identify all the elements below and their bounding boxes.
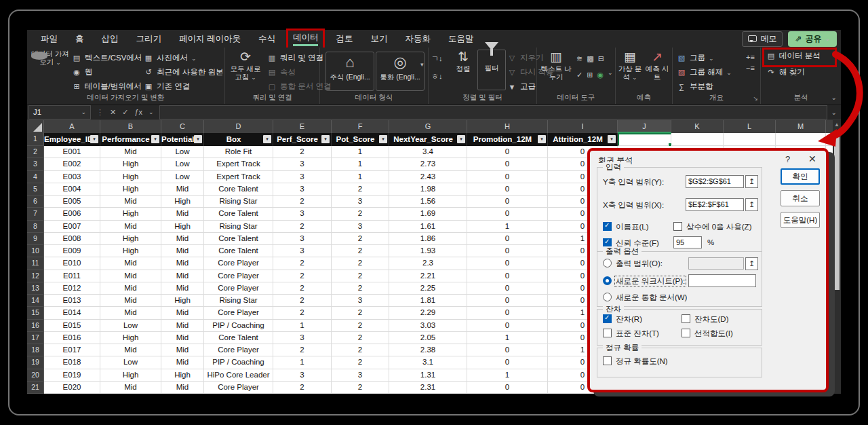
cell[interactable]: 0 xyxy=(467,282,548,295)
cell[interactable]: Low xyxy=(161,171,204,183)
cell[interactable]: Mid xyxy=(100,307,161,319)
cell[interactable]: 0 xyxy=(467,307,548,319)
row-number[interactable]: 10 xyxy=(27,245,44,257)
cell[interactable]: 2.31 xyxy=(389,382,467,394)
recent-sources-button[interactable]: ↺최근에 사용한 원본 xyxy=(144,65,223,79)
row-number[interactable]: 1 xyxy=(27,133,44,146)
cell[interactable]: 1.93 xyxy=(389,245,467,257)
cell[interactable]: 2 xyxy=(273,221,332,233)
cell[interactable]: 3 xyxy=(332,369,389,382)
cell[interactable]: 0 xyxy=(467,320,548,332)
cell[interactable]: 2 xyxy=(332,332,389,344)
cell[interactable]: 3 xyxy=(332,295,389,307)
cell[interactable]: Mid xyxy=(161,183,204,196)
cell[interactable]: 3 xyxy=(273,171,332,183)
cell[interactable]: Mid xyxy=(100,146,161,158)
cell[interactable]: 2.73 xyxy=(389,158,467,170)
row-number[interactable]: 7 xyxy=(27,208,44,220)
show-detail-button[interactable]: +≡ xyxy=(746,52,755,62)
existing-connections-button[interactable]: ▣기존 연결 xyxy=(144,79,223,94)
relationships-button[interactable]: ⊞ xyxy=(587,69,593,80)
header-cell-performance[interactable]: Performance▾ xyxy=(100,133,161,146)
name-box[interactable]: J1⌄ xyxy=(28,105,91,119)
cell[interactable]: 1 xyxy=(332,171,389,183)
cell[interactable]: Mid xyxy=(161,282,204,295)
cell[interactable]: 2 xyxy=(273,295,332,307)
cell[interactable]: 2.43 xyxy=(389,171,467,183)
cell[interactable]: 2 xyxy=(273,196,332,208)
flash-fill-button[interactable]: ≋ xyxy=(576,53,583,64)
cell[interactable]: 3 xyxy=(273,332,332,344)
cell[interactable]: PIP / Coaching xyxy=(204,320,273,332)
manage-data-model-button[interactable]: ◉ xyxy=(597,69,604,80)
confidence-input[interactable]: 95 xyxy=(673,236,702,248)
help-button[interactable]: 도움말(H) xyxy=(781,212,820,228)
cell[interactable]: E006 xyxy=(44,208,100,220)
cell[interactable]: Mid xyxy=(161,257,204,270)
selected-cell-J1[interactable] xyxy=(618,133,671,146)
cell[interactable]: HiPo Core Leader xyxy=(204,369,273,382)
vertical-scrollbar[interactable]: ▲ xyxy=(833,120,841,394)
cell[interactable]: 2 xyxy=(332,245,389,257)
cell[interactable]: Rising Star xyxy=(204,221,273,233)
filter-dropdown-button[interactable]: ▾ xyxy=(538,135,546,143)
cell[interactable]: Role Fit xyxy=(204,146,273,158)
cell[interactable]: High xyxy=(100,183,161,196)
cell[interactable]: 2.38 xyxy=(389,344,467,356)
text-to-columns-button[interactable]: ▥ 텍스트 나누기 xyxy=(538,50,574,81)
cell[interactable]: Mid xyxy=(100,257,161,270)
cell[interactable]: E014 xyxy=(44,307,100,319)
constant-zero-checkbox[interactable]: 상수에 0을 사용(Z) xyxy=(673,222,751,232)
new-workbook-radio[interactable]: 새로운 통합 문서(W) xyxy=(603,293,687,303)
cell[interactable]: 2 xyxy=(332,270,389,282)
cell[interactable]: E020 xyxy=(44,382,100,394)
column-header-A[interactable]: A xyxy=(44,120,100,133)
tab-page-layout[interactable]: 페이지 레이아웃 xyxy=(179,33,241,45)
cell[interactable]: E015 xyxy=(44,320,100,332)
subtotal-button[interactable]: ∑부분합 xyxy=(677,79,732,94)
y-range-picker-button[interactable]: ↥ xyxy=(745,175,758,188)
cell[interactable]: 1.86 xyxy=(389,233,467,245)
cell[interactable]: Mid xyxy=(161,270,204,282)
cell[interactable]: 2 xyxy=(273,257,332,270)
forecast-sheet-button[interactable]: ↗ 예측 시트 xyxy=(644,50,670,81)
cell[interactable]: 3 xyxy=(273,245,332,257)
cell[interactable]: Core Talent xyxy=(204,332,273,344)
header-cell-potential[interactable]: Potential▾ xyxy=(161,133,204,146)
row-number[interactable]: 14 xyxy=(27,295,44,307)
column-header-K[interactable]: K xyxy=(671,120,724,133)
row-number[interactable]: 3 xyxy=(27,158,44,170)
cell[interactable]: Rising Star xyxy=(204,295,273,307)
cell[interactable]: 0 xyxy=(467,158,548,170)
consolidate-button[interactable]: ⊟ xyxy=(598,53,604,64)
tab-review[interactable]: 검토 xyxy=(336,33,353,45)
filter-button[interactable]: 필터 xyxy=(477,50,506,90)
header-cell-box[interactable]: Box▾ xyxy=(204,133,273,146)
remove-duplicates-button[interactable]: ▩ xyxy=(587,53,593,64)
tab-automate[interactable]: 자동화 xyxy=(405,33,431,45)
cell[interactable] xyxy=(671,133,724,146)
solver-button[interactable]: ↷해 찾기 xyxy=(766,65,805,79)
currency-data-type[interactable]: ◎통화 (Engli... xyxy=(376,52,425,91)
cell[interactable]: Core Player xyxy=(204,257,273,270)
column-header-G[interactable]: G xyxy=(389,120,467,133)
cell[interactable]: Mid xyxy=(161,344,204,356)
cell[interactable]: 2 xyxy=(332,307,389,319)
cell[interactable]: Core Talent xyxy=(204,208,273,220)
cell[interactable]: Mid xyxy=(161,245,204,257)
x-range-input[interactable]: $E$2:$F$61 xyxy=(686,198,744,211)
cell[interactable]: Low xyxy=(161,158,204,170)
cell[interactable]: Mid xyxy=(161,356,204,369)
cell[interactable]: 1.56 xyxy=(389,196,467,208)
cell[interactable]: E011 xyxy=(44,270,100,282)
row-number[interactable]: 9 xyxy=(27,233,44,245)
expand-formula-bar-button[interactable]: ⌄ xyxy=(831,109,837,116)
header-cell-promotion-12m[interactable]: Promotion_12M▾ xyxy=(467,133,548,146)
row-number[interactable]: 4 xyxy=(27,171,44,183)
cell[interactable]: 2 xyxy=(332,320,389,332)
cell[interactable]: 0 xyxy=(467,270,548,282)
data-analysis-button[interactable]: ▤데이터 분석 xyxy=(766,49,821,63)
cell[interactable]: 0 xyxy=(467,233,548,245)
cell[interactable]: 1 xyxy=(467,221,548,233)
cell[interactable]: High xyxy=(100,369,161,382)
